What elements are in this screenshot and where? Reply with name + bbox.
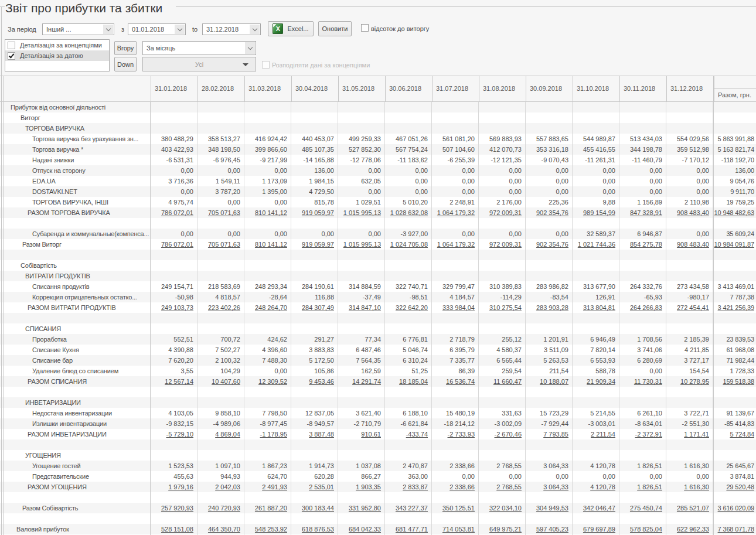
table-row[interactable]: ТОРГОВА ВИРУЧКА, ІНШІ4 975,740,000,00815… [0,197,756,207]
down-button[interactable]: Down [114,57,137,71]
table-row[interactable]: РАЗОМ ИНВЕТАРИЗАЦИИ-5 729,104 869,04-1 1… [0,429,756,439]
table-row[interactable]: Надані знижки-6 531,31-6 976,45-9 217,99… [0,155,756,165]
detail-option-date[interactable]: Деталізація за датою [5,50,109,61]
column-header[interactable]: 31.05.2018 [338,76,385,101]
refresh-button[interactable]: Оновити [318,21,352,36]
cell: 0,00 [479,176,526,186]
cell [526,492,573,503]
cell: 1 064 179,32 [432,239,479,250]
cell: 1 549,11 [197,176,244,186]
cell: 1 097,10 [197,461,244,471]
table-row[interactable]: Торгова виручка без урахування зн...380 … [0,134,756,144]
column-header[interactable]: 30.11.2018 [619,76,666,101]
cell: 313 677,90 [573,281,619,292]
table-row[interactable]: СПИСАНИЯ [0,323,756,334]
cell: 2 535,01 [291,482,338,492]
table-row[interactable] [0,387,756,397]
table-row[interactable]: DOSTAVKI.NET0,003 787,201 395,004 729,50… [0,186,756,197]
cell: 554 029,56 [666,134,713,144]
chevron-down-icon[interactable] [103,25,113,34]
table-row[interactable]: Прибуток від основної діяльності [0,102,756,113]
column-header[interactable]: 30.06.2018 [385,76,432,101]
chevron-down-icon[interactable] [250,25,260,34]
cell: 18 185,04 [385,376,432,387]
table-row[interactable]: ТОРГОВА ВИРУЧКА [0,123,756,134]
table-row[interactable]: Удаление блюд со списанием3,55104,290,00… [0,366,756,376]
table-row[interactable]: Излишки инвентаризации-9 832,15-4 989,06… [0,418,756,429]
table-row[interactable]: Представительские455,63944,93624,70620,2… [0,471,756,482]
table-row[interactable]: Списание Кухня4 390,887 502,274 396,603 … [0,345,756,355]
detail-option-concepts[interactable]: Деталізація за концепціями [5,40,109,50]
cell [291,323,338,334]
concepts-checkbox[interactable] [8,42,15,49]
row-label: РАЗОМ ИНВЕТАРИЗАЦИИ [0,429,151,439]
cell: 2 718,79 [432,334,479,345]
table-row[interactable] [0,492,756,503]
column-header[interactable]: 31.01.2018 [151,76,197,101]
table-row[interactable]: ВИТРАТИ ПРОДУКТІВ [0,271,756,281]
table-row[interactable]: Списання продуктів249 154,71218 583,6924… [0,281,756,292]
percent-checkbox[interactable] [361,24,369,32]
date-from-input[interactable]: 01.01.2018 [128,23,186,35]
table-row[interactable] [0,250,756,260]
cell: 1 903,35 [338,482,385,492]
column-header[interactable]: 31.12.2018 [666,76,713,101]
table-row[interactable]: Списание бар7 620,202 100,327 488,305 17… [0,355,756,366]
total-column-header[interactable]: Разом, грн. [713,76,756,101]
cell: 353 316,18 [526,144,573,155]
table-row[interactable]: УГОЩЕНИЯ [0,450,756,461]
table-row[interactable]: РАЗОМ УГОЩЕНИЯ1 979,162 042,032 491,932 … [0,482,756,492]
chevron-down-icon[interactable] [175,25,185,34]
date-checkbox[interactable] [8,52,15,60]
table-row[interactable]: Субаренда и коммунальные(компенса...0,00… [0,229,756,239]
table-row[interactable]: EDA.UA3 716,361 549,111 173,091 984,1563… [0,176,756,186]
excel-button[interactable]: X Excel... [268,21,314,36]
table-row[interactable]: ИНВЕТАРИЗАЦИИ [0,397,756,408]
cell [479,387,526,397]
table-row[interactable]: Проработка552,51700,72424,62291,2777,346… [0,334,756,345]
cell: 105,86 [291,366,338,376]
column-header[interactable]: 28.02.2018 [197,76,244,101]
table-row[interactable] [0,439,756,450]
table-row[interactable]: Разом Собівартість257 920,93240 720,9326… [0,503,756,513]
table-row[interactable]: Коррекция отрицательных остатко...-50,98… [0,292,756,302]
cell [573,113,619,123]
table-row[interactable]: Отпуск на сторону0,000,000,00136,000,000… [0,165,756,176]
table-row[interactable]: Недостача инвентаризации4 103,059 858,10… [0,408,756,418]
label-column-header [0,76,151,101]
column-header[interactable]: 31.03.2018 [244,76,291,101]
chevron-down-icon[interactable] [245,42,255,54]
table-row[interactable]: РАЗОМ ТОРГОВА ВИРУЧКА786 072,01705 071,6… [0,207,756,218]
table-row[interactable] [0,313,756,323]
table-row[interactable]: Валовий прибуток528 151,08464 350,70548 … [0,524,756,534]
table-row[interactable] [0,513,756,524]
table-row[interactable]: Угощение гостей1 523,531 097,101 867,231… [0,461,756,471]
table-row[interactable]: Собівартість [0,260,756,271]
cell [291,492,338,503]
column-header[interactable]: 30.04.2018 [291,76,338,101]
cell: 333 984,04 [432,302,479,313]
period-select[interactable]: Інший ... [42,23,114,35]
row-label [0,513,151,524]
table-row[interactable]: Разом Виторг786 072,01705 071,63810 141,… [0,239,756,250]
cell: 810 141,12 [244,239,291,250]
column-header[interactable]: 31.10.2018 [573,76,619,101]
column-header[interactable]: 31.07.2018 [432,76,479,101]
table-row[interactable]: РАЗОМ СПИСАНИЯ12 567,1410 407,6012 309,5… [0,376,756,387]
up-button[interactable]: Вгору [114,41,137,55]
table-row[interactable] [0,218,756,229]
table-row[interactable]: РАЗОМ ВИТРАТИ ПРОДУКТІВ249 103,73223 402… [0,302,756,313]
row-label: Коррекция отрицательных остатко... [0,292,151,302]
cell [244,450,291,461]
cell [573,123,619,134]
table-row[interactable]: Виторг [0,113,756,123]
group-by-select[interactable]: За місяць [142,41,256,55]
date-to-input[interactable]: 31.12.2018 [202,23,261,35]
cell [666,250,713,260]
column-header[interactable]: 30.09.2018 [526,76,573,101]
column-header[interactable]: 31.08.2018 [479,76,526,101]
table-row[interactable]: Торгова виручка *403 422,93348 198,50399… [0,144,756,155]
cell: 240 720,93 [197,503,244,513]
cell: 5 263,53 [526,355,573,366]
cell [432,123,479,134]
